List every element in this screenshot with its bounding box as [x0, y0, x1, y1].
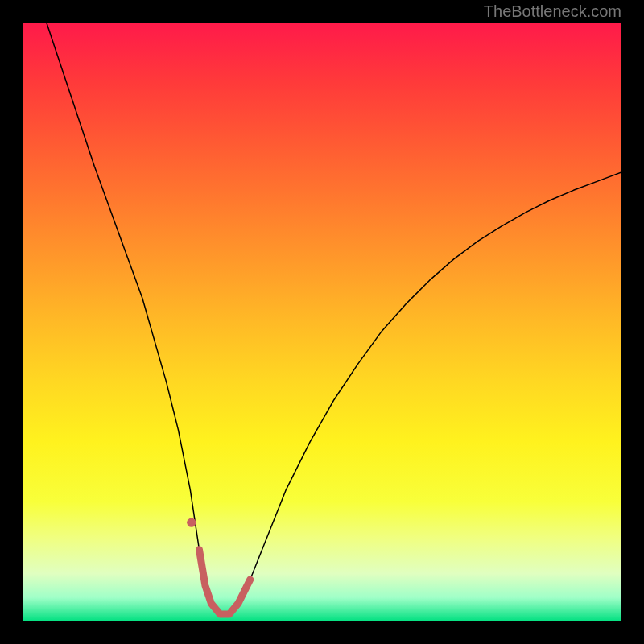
chart-series-highlight-band	[199, 550, 250, 614]
chart-point	[187, 518, 196, 527]
chart-canvas	[23, 23, 621, 621]
chart-plot-area	[23, 23, 621, 621]
watermark-label: TheBottleneck.com	[484, 2, 621, 21]
chart-series-bottleneck-curve	[47, 23, 621, 614]
